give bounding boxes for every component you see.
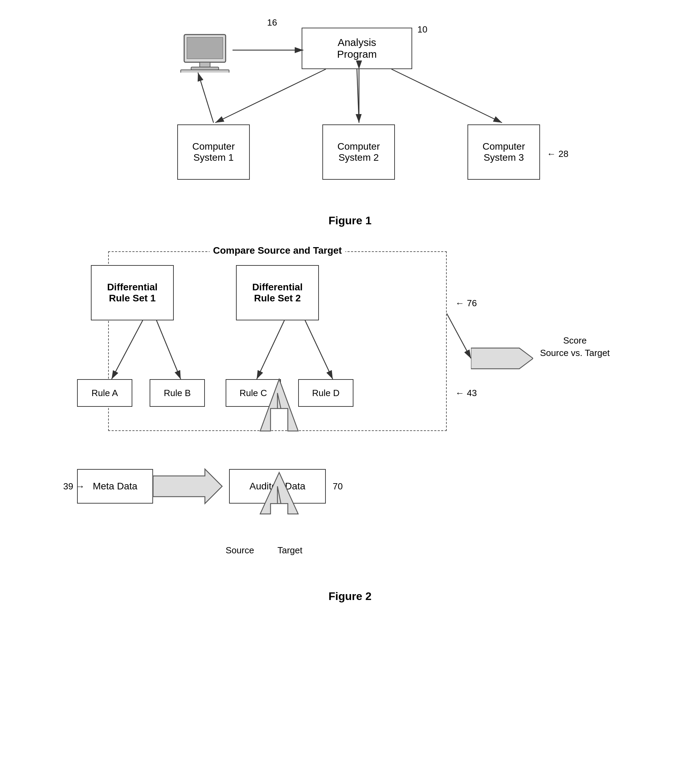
rule-d-box: Rule D — [298, 379, 353, 407]
figure1-caption: Figure 1 — [28, 214, 672, 227]
svg-line-11 — [198, 73, 213, 123]
rule-b-box: Rule B — [150, 379, 205, 407]
cs1-label: ComputerSystem 1 — [192, 141, 235, 163]
svg-marker-12 — [471, 348, 533, 369]
figure1-container: 16 AnalysisProgram 10 ComputerSystem 1 — [108, 14, 592, 207]
label-39: 39 → — [63, 481, 85, 492]
svg-rect-3 — [191, 67, 219, 70]
computer-icon — [177, 31, 233, 73]
cs1-box: ComputerSystem 1 — [177, 124, 250, 180]
label-16: 16 — [267, 17, 277, 28]
target-label: Target — [277, 545, 302, 556]
compare-box-label: Compare Source and Target — [210, 245, 345, 256]
ruleD-label: Rule D — [312, 388, 339, 399]
cs2-label: ComputerSystem 2 — [338, 141, 380, 163]
svg-line-7 — [215, 69, 326, 123]
page: 16 AnalysisProgram 10 ComputerSystem 1 — [0, 0, 700, 778]
cs2-box: ComputerSystem 2 — [322, 124, 395, 180]
label-10: 10 — [417, 24, 427, 35]
differential-rule-set-2-box: DifferentialRule Set 2 — [236, 265, 319, 321]
rule-a-box: Rule A — [77, 379, 132, 407]
drs2-label: DifferentialRule Set 2 — [252, 282, 303, 304]
meta-data-box: Meta Data — [77, 469, 153, 504]
ruleB-label: Rule B — [164, 388, 191, 399]
svg-rect-2 — [200, 62, 210, 67]
drs1-label: DifferentialRule Set 1 — [107, 282, 158, 304]
cs3-label: ComputerSystem 3 — [483, 141, 525, 163]
rule-c-box: Rule C — [226, 379, 281, 407]
label-28: ← 28 — [547, 149, 568, 159]
score-arrow-svg — [471, 345, 533, 372]
computer-svg — [177, 31, 233, 73]
figure2-caption: Figure 2 — [28, 590, 672, 603]
source-label: Source — [226, 545, 254, 556]
svg-line-23 — [447, 314, 471, 359]
audited-data-label: Audited Data — [250, 481, 305, 492]
ruleC-label: Rule C — [240, 388, 267, 399]
svg-line-8 — [357, 69, 359, 123]
audited-data-box: Audited Data — [229, 469, 326, 504]
svg-rect-1 — [187, 37, 223, 59]
meta-data-label: Meta Data — [93, 481, 137, 492]
cs3-box: ComputerSystem 3 — [467, 124, 540, 180]
label-70: 70 — [333, 481, 343, 492]
svg-line-10 — [392, 69, 502, 123]
score-label: ScoreSource vs. Target — [540, 334, 610, 359]
label-76: ← 76 — [455, 298, 477, 309]
differential-rule-set-1-box: DifferentialRule Set 1 — [91, 265, 174, 321]
label-43: ← 43 — [455, 388, 477, 399]
analysis-program-box: AnalysisProgram — [302, 28, 412, 69]
svg-marker-21 — [153, 469, 222, 504]
figure2-container: Compare Source and Target DifferentialRu… — [56, 244, 644, 590]
analysis-program-label: AnalysisProgram — [337, 37, 377, 60]
ruleA-label: Rule A — [92, 388, 118, 399]
svg-rect-4 — [181, 70, 229, 73]
